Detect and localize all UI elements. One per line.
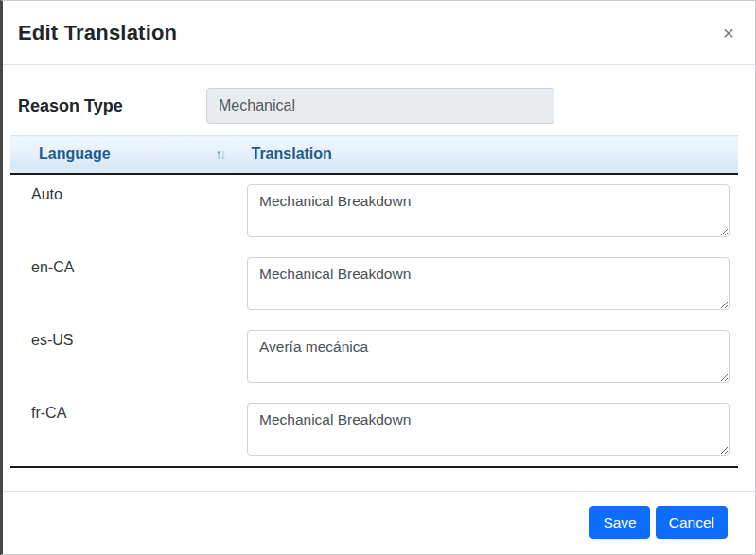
edit-translation-modal: Edit Translation × Reason Type Language … xyxy=(0,0,756,555)
column-header-translation: Translation xyxy=(237,136,738,174)
language-cell: Auto xyxy=(10,174,237,248)
table-row: Auto Mechanical Breakdown xyxy=(10,174,738,248)
reason-type-row: Reason Type xyxy=(3,88,755,124)
translation-textarea-auto[interactable]: Mechanical Breakdown xyxy=(247,184,730,237)
column-header-language[interactable]: Language ↑↓ xyxy=(10,136,237,174)
save-button[interactable]: Save xyxy=(589,506,649,539)
sort-icon[interactable]: ↑↓ xyxy=(216,147,225,162)
modal-title: Edit Translation xyxy=(18,21,177,45)
language-cell: es-US xyxy=(10,321,237,393)
translation-textarea-fr-ca[interactable]: Mechanical Breakdown xyxy=(247,403,730,456)
reason-type-label: Reason Type xyxy=(18,96,206,116)
table-row: es-US Avería mecánica xyxy=(10,321,738,393)
modal-header: Edit Translation × xyxy=(3,1,755,65)
language-cell: en-CA xyxy=(10,248,237,321)
close-icon: × xyxy=(723,22,734,43)
table-row: fr-CA Mechanical Breakdown xyxy=(10,393,738,467)
modal-body: Reason Type Language ↑↓ Translation A xyxy=(3,65,755,491)
close-button[interactable]: × xyxy=(717,19,740,46)
language-header-label: Language xyxy=(39,146,111,162)
cancel-button[interactable]: Cancel xyxy=(656,506,728,539)
translation-header-label: Translation xyxy=(252,146,332,162)
table-header-row: Language ↑↓ Translation xyxy=(10,136,738,174)
reason-type-input xyxy=(206,88,554,124)
translation-textarea-en-ca[interactable]: Mechanical Breakdown xyxy=(247,257,730,310)
table-row: en-CA Mechanical Breakdown xyxy=(10,248,738,321)
translations-table: Language ↑↓ Translation Auto Mechanical … xyxy=(10,135,738,468)
language-cell: fr-CA xyxy=(10,393,237,467)
modal-footer: Save Cancel xyxy=(3,491,755,554)
translation-textarea-es-us[interactable]: Avería mecánica xyxy=(247,330,730,383)
